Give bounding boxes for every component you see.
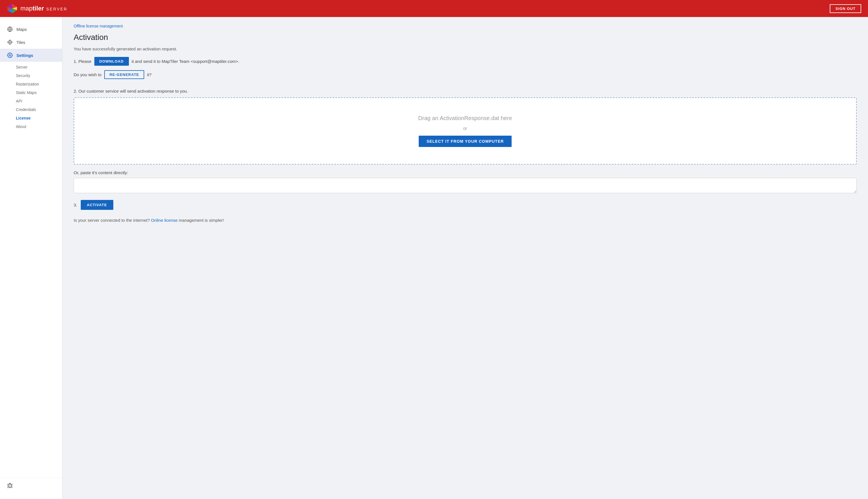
paste-content-input[interactable]	[74, 178, 857, 193]
diamond-icon	[7, 39, 13, 45]
step1-suffix: it and send it to MapTiler Team <support…	[132, 59, 239, 64]
step3-activate-row: 3. ACTIVATE	[74, 200, 857, 210]
breadcrumb[interactable]: Offline license management	[74, 24, 857, 28]
step3-prefix: 3.	[74, 203, 77, 207]
footer-suffix: management is simpler!	[179, 218, 224, 222]
sidebar-item-about[interactable]: About	[16, 122, 62, 131]
sidebar-maps-label: Maps	[16, 27, 27, 32]
step1-download-row: 1. Please DOWNLOAD it and send it to Map…	[74, 57, 857, 66]
regenerate-button[interactable]: RE-GENERATE	[104, 70, 144, 79]
sidebar-nav: Maps Tiles	[0, 23, 62, 478]
online-license-link[interactable]: Online license	[151, 218, 178, 222]
footer-text: Is your server connected to the internet…	[74, 218, 857, 222]
logo-map: map	[20, 5, 33, 12]
settings-sub-menu: Server Security Rasterization Static Map…	[0, 62, 62, 132]
step1b-regenerate-row: Do you wish to RE-GENERATE it?	[74, 70, 857, 79]
sidebar-item-maps[interactable]: Maps	[0, 23, 62, 36]
drop-zone-label: Drag an ActivationResponse.dat here	[86, 115, 845, 121]
logo-tiler: tiler	[33, 5, 44, 12]
svg-point-12	[9, 54, 11, 56]
main-content: Offline license management Activation Yo…	[62, 17, 868, 499]
paste-label: Or, paste it's content directly:	[74, 170, 857, 175]
drop-zone[interactable]: Drag an ActivationResponse.dat here or S…	[74, 97, 857, 165]
sidebar-item-rasterization[interactable]: Rasterization	[16, 80, 62, 88]
success-message: You have successfully generated an activ…	[74, 47, 857, 51]
drop-zone-or: or	[86, 126, 845, 131]
logo: maptiler SERVER	[7, 3, 68, 14]
sidebar-item-tiles[interactable]: Tiles	[0, 36, 62, 49]
step1b-prefix: Do you wish to	[74, 72, 101, 77]
step1b-suffix: it?	[147, 72, 152, 77]
footer-prefix: Is your server connected to the internet…	[74, 218, 149, 222]
main-layout: Maps Tiles	[0, 17, 868, 499]
page-title: Activation	[74, 33, 857, 42]
gear-icon	[7, 52, 13, 58]
sidebar-settings-label: Settings	[16, 53, 33, 58]
sidebar-item-settings[interactable]: Settings	[0, 49, 62, 62]
sidebar-item-api[interactable]: API	[16, 97, 62, 105]
logo-text: maptiler SERVER	[20, 5, 68, 12]
step1-prefix: 1. Please	[74, 59, 92, 64]
bug-icon	[7, 483, 13, 489]
download-button[interactable]: DOWNLOAD	[94, 57, 129, 66]
sidebar-item-license[interactable]: License	[16, 114, 62, 122]
sidebar: Maps Tiles	[0, 17, 62, 499]
sign-out-button[interactable]: SIGN OUT	[830, 4, 861, 13]
sidebar-item-credentials[interactable]: Credentials	[16, 105, 62, 114]
step2-text: 2. Our customer service will send activa…	[74, 89, 857, 94]
sidebar-item-security[interactable]: Security	[16, 71, 62, 80]
app-header: maptiler SERVER SIGN OUT	[0, 0, 868, 17]
logo-icon	[7, 3, 17, 14]
activate-button[interactable]: ACTIVATE	[81, 200, 113, 210]
sidebar-item-static-maps[interactable]: Static Maps	[16, 88, 62, 97]
bug-report-button[interactable]	[7, 483, 55, 489]
sidebar-footer	[0, 478, 62, 493]
select-file-button[interactable]: SELECT IT FROM YOUR COMPUTER	[419, 136, 512, 147]
sidebar-tiles-label: Tiles	[16, 40, 25, 45]
sidebar-item-server[interactable]: Server	[16, 63, 62, 71]
logo-server: SERVER	[46, 7, 68, 11]
globe-icon	[7, 26, 13, 32]
